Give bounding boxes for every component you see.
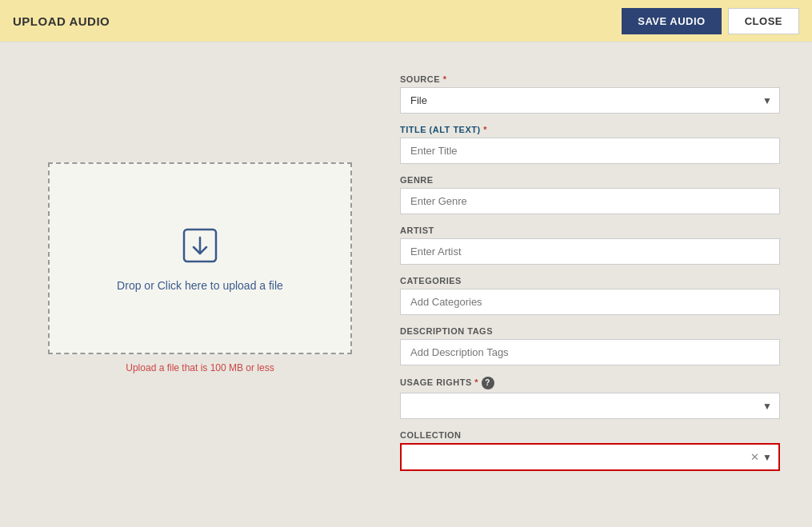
description-tags-input[interactable] <box>400 339 780 365</box>
title-group: TITLE (ALT TEXT) * <box>400 125 780 164</box>
usage-rights-label: USAGE RIGHTS * ? <box>400 377 780 389</box>
upload-icon <box>179 225 221 269</box>
source-select-wrapper: File URL External ▼ <box>400 87 780 114</box>
description-tags-label: DESCRIPTION TAGS <box>400 326 780 336</box>
source-required: * <box>443 74 447 84</box>
collection-clear-icon[interactable]: ✕ <box>750 451 759 463</box>
collection-input[interactable] <box>402 445 778 469</box>
title-required: * <box>483 125 487 134</box>
right-panel: SOURCE * File URL External ▼ TITLE (ALT … <box>400 66 780 503</box>
usage-rights-help-icon[interactable]: ? <box>482 377 494 389</box>
source-label: SOURCE * <box>400 74 780 84</box>
upload-hint: Upload a file that is 100 MB or less <box>126 362 274 373</box>
usage-rights-group: USAGE RIGHTS * ? ▼ <box>400 377 780 419</box>
upload-text: Drop or Click here to upload a file <box>117 279 283 292</box>
title-input[interactable] <box>400 138 780 164</box>
source-group: SOURCE * File URL External ▼ <box>400 74 780 114</box>
left-panel: Drop or Click here to upload a file Uplo… <box>32 66 368 503</box>
usage-rights-select[interactable] <box>400 393 780 419</box>
header-buttons: SAVE AUDIO CLOSE <box>622 8 799 34</box>
artist-group: ARTIST <box>400 226 780 265</box>
collection-controls: ✕ ▼ <box>750 445 778 469</box>
genre-group: GENRE <box>400 175 780 214</box>
header: UPLOAD AUDIO SAVE AUDIO CLOSE <box>0 0 812 42</box>
source-select[interactable]: File URL External <box>400 87 780 114</box>
page-title: UPLOAD AUDIO <box>13 14 110 28</box>
save-audio-button[interactable]: SAVE AUDIO <box>622 8 721 34</box>
collection-wrapper: ✕ ▼ <box>400 443 780 471</box>
genre-label: GENRE <box>400 175 780 185</box>
main-content: Drop or Click here to upload a file Uplo… <box>0 42 812 527</box>
usage-rights-select-wrapper: ▼ <box>400 393 780 419</box>
upload-dropzone[interactable]: Drop or Click here to upload a file <box>48 162 352 354</box>
title-label: TITLE (ALT TEXT) * <box>400 125 780 134</box>
collection-group: COLLECTION ✕ ▼ <box>400 430 780 471</box>
description-tags-group: DESCRIPTION TAGS <box>400 326 780 365</box>
artist-input[interactable] <box>400 238 780 265</box>
categories-input[interactable] <box>400 289 780 315</box>
categories-label: CATEGORIES <box>400 276 780 285</box>
collection-chevron-icon[interactable]: ▼ <box>762 452 772 463</box>
categories-group: CATEGORIES <box>400 276 780 315</box>
artist-label: ARTIST <box>400 226 780 235</box>
genre-input[interactable] <box>400 188 780 214</box>
collection-label: COLLECTION <box>400 430 780 440</box>
close-button[interactable]: CLOSE <box>728 8 799 34</box>
usage-rights-required: * <box>474 377 478 387</box>
